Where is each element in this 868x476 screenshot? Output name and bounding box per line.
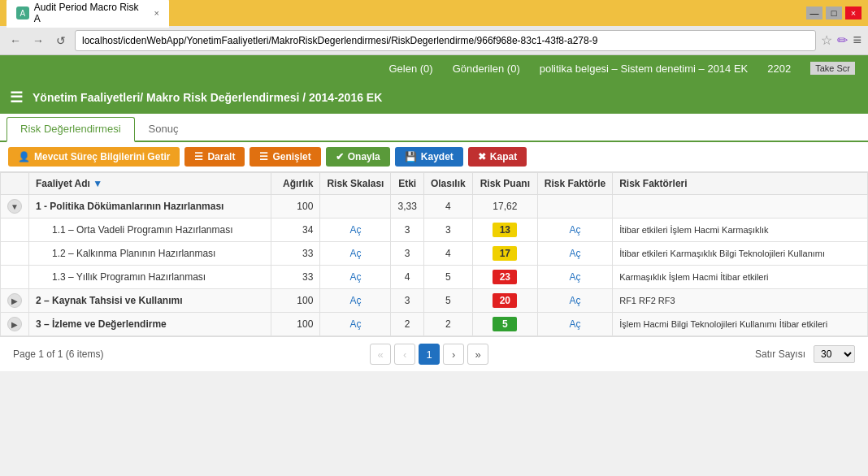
genislet-button[interactable]: ☰ Genişlet <box>250 147 320 167</box>
risk-skalasi-link[interactable]: Aç <box>349 271 361 283</box>
hamburger-icon[interactable]: ☰ <box>10 89 23 106</box>
col-expand <box>1 173 29 195</box>
pagination-bar: Page 1 of 1 (6 items) « ‹ 1 › » Satır Sa… <box>0 336 868 371</box>
data-table-container: Faaliyet Adı ▼ Ağırlık Risk Skalası Etki… <box>0 172 868 336</box>
agirlik-cell: 100 <box>271 313 320 336</box>
risk-faktorleri-cell: İşlem Hacmi Bilgi Teknolojileri Kullanım… <box>613 313 868 336</box>
risk-puani-cell: 5 <box>472 313 537 336</box>
page-info: Page 1 of 1 (6 items) <box>13 348 103 360</box>
expand-cell <box>1 242 29 266</box>
browser-tab[interactable]: A Audit Period Macro Risk A × <box>7 0 169 28</box>
col-etki: Etki <box>391 173 423 195</box>
risk-table: Faaliyet Adı ▼ Ağırlık Risk Skalası Etki… <box>0 172 868 336</box>
forward-button[interactable]: → <box>29 32 47 50</box>
table-row: 1.3 – Yıllık Programın Hazırlanması 33 A… <box>1 266 868 289</box>
tab-sonuc[interactable]: Sonuç <box>135 117 193 141</box>
risk-faktorle-cell: Aç <box>537 219 612 242</box>
tab-risk-degerlendirmesi[interactable]: Risk Değerlendirmesi <box>7 117 135 142</box>
risk-skalasi-link[interactable]: Aç <box>349 248 361 259</box>
risk-faktorleri-cell: İtibar etkileri Karmaşıklık Bilgi Teknol… <box>613 242 868 266</box>
agirlik-cell: 33 <box>271 242 320 266</box>
faaliyet-adi-cell: 1.2 – Kalkınma Planının Hazırlanması <box>29 242 271 266</box>
risk-puani-cell: 13 <box>472 219 537 242</box>
risk-faktorle-cell: Aç <box>537 266 612 289</box>
risk-faktorle-cell <box>537 195 612 219</box>
app-header: ☰ Yönetim Faaliyetleri/ Makro Risk Değer… <box>0 81 868 114</box>
close-button[interactable]: × <box>845 6 861 19</box>
risk-skalasi-cell: Aç <box>320 289 391 313</box>
risk-faktorleri-cell <box>613 195 868 219</box>
risk-skalasi-link[interactable]: Aç <box>349 318 361 330</box>
risk-puani-cell: 20 <box>472 289 537 313</box>
next-page-button[interactable]: › <box>443 344 464 365</box>
risk-faktorle-link[interactable]: Aç <box>569 248 580 259</box>
col-risk-skalasi: Risk Skalası <box>320 173 391 195</box>
risk-skalasi-link[interactable]: Aç <box>349 295 361 306</box>
risk-puani-cell: 17 <box>472 242 537 266</box>
etki-cell: 3 <box>391 219 423 242</box>
first-page-button[interactable]: « <box>370 344 391 365</box>
risk-faktorle-link[interactable]: Aç <box>569 295 580 306</box>
address-input[interactable] <box>75 30 816 51</box>
etki-cell: 3,33 <box>391 195 423 219</box>
mevcut-surec-icon: 👤 <box>18 151 30 162</box>
notification-bar: Gelen (0) Gönderilen (0) politika belges… <box>0 55 868 81</box>
risk-faktorle-link[interactable]: Aç <box>569 224 580 236</box>
minimize-button[interactable]: — <box>806 6 822 19</box>
risk-faktorle-cell: Aç <box>537 242 612 266</box>
risk-faktorle-link[interactable]: Aç <box>569 318 580 330</box>
olasilik-cell: 2 <box>423 313 472 336</box>
satir-sayisi-select[interactable]: 30 50 100 <box>814 345 855 363</box>
risk-faktorle-link[interactable]: Aç <box>569 271 580 283</box>
expand-cell: ▶ <box>1 289 29 313</box>
expand-icon[interactable]: ▼ <box>7 199 22 214</box>
risk-skalasi-link[interactable]: Aç <box>349 224 361 236</box>
gelen-label: Gelen (0) <box>388 63 432 75</box>
kaydet-button[interactable]: 💾 Kaydet <box>395 147 463 167</box>
kapat-button[interactable]: ✖ Kapat <box>468 147 527 167</box>
faaliyet-adi-cell: 3 – İzleme ve Değerlendirme <box>29 313 271 336</box>
olasilik-cell: 5 <box>423 289 472 313</box>
prev-page-button[interactable]: ‹ <box>394 344 415 365</box>
tabs-row: Risk Değerlendirmesi Sonuç <box>0 114 868 142</box>
back-button[interactable]: ← <box>7 32 24 50</box>
tab-close-button[interactable]: × <box>154 8 159 18</box>
olasilik-cell: 4 <box>423 195 472 219</box>
agirlik-cell: 100 <box>271 289 320 313</box>
bookmark-button[interactable]: ☆ <box>821 32 832 48</box>
faaliyet-adi-cell: 1.3 – Yıllık Programın Hazırlanması <box>29 266 271 289</box>
risk-puani-cell: 17,62 <box>472 195 537 219</box>
table-row: ▼ 1 - Politika Dökümanlarının Hazırlanma… <box>1 195 868 219</box>
window-controls: — □ × <box>806 6 861 19</box>
maximize-button[interactable]: □ <box>826 6 842 19</box>
agirlik-cell: 34 <box>271 219 320 242</box>
risk-skalasi-cell <box>320 195 391 219</box>
risk-faktorleri-cell: RF1 RF2 RF3 <box>613 289 868 313</box>
reload-button[interactable]: ↺ <box>52 32 70 50</box>
risk-puani-cell: 23 <box>472 266 537 289</box>
col-risk-faktorleri: Risk Faktörleri <box>613 173 868 195</box>
browser-menu-button[interactable]: ≡ <box>853 32 861 49</box>
pen-button[interactable]: ✏ <box>837 32 848 48</box>
counter-label: 2202 <box>767 63 791 75</box>
etki-cell: 4 <box>391 266 423 289</box>
etki-cell: 3 <box>391 289 423 313</box>
satir-sayisi-label: Satır Sayısı <box>755 348 805 360</box>
faaliyet-adi-cell: 2 – Kaynak Tahsisi ve Kullanımı <box>29 289 271 313</box>
title-bar: A Audit Period Macro Risk A × — □ × <box>0 0 868 26</box>
expand-icon[interactable]: ▶ <box>7 317 22 331</box>
kapat-icon: ✖ <box>478 151 486 162</box>
page-1-button[interactable]: 1 <box>419 344 440 365</box>
onayla-button[interactable]: ✔ Onayla <box>326 147 390 167</box>
last-page-button[interactable]: » <box>467 344 488 365</box>
faaliyet-adi-cell: 1.1 – Orta Vadeli Programın Hazırlanması <box>29 219 271 242</box>
expand-icon[interactable]: ▶ <box>7 293 22 308</box>
take-screenshot-button[interactable]: Take Scr <box>810 62 855 75</box>
olasilik-cell: 5 <box>423 266 472 289</box>
olasilik-cell: 3 <box>423 219 472 242</box>
daralt-button[interactable]: ☰ Daralt <box>184 147 245 167</box>
etki-cell: 2 <box>391 313 423 336</box>
mevcut-surec-button[interactable]: 👤 Mevcut Süreç Bilgilerini Getir <box>8 147 180 167</box>
col-olasilik: Olasılık <box>423 173 472 195</box>
table-row: 1.1 – Orta Vadeli Programın Hazırlanması… <box>1 219 868 242</box>
